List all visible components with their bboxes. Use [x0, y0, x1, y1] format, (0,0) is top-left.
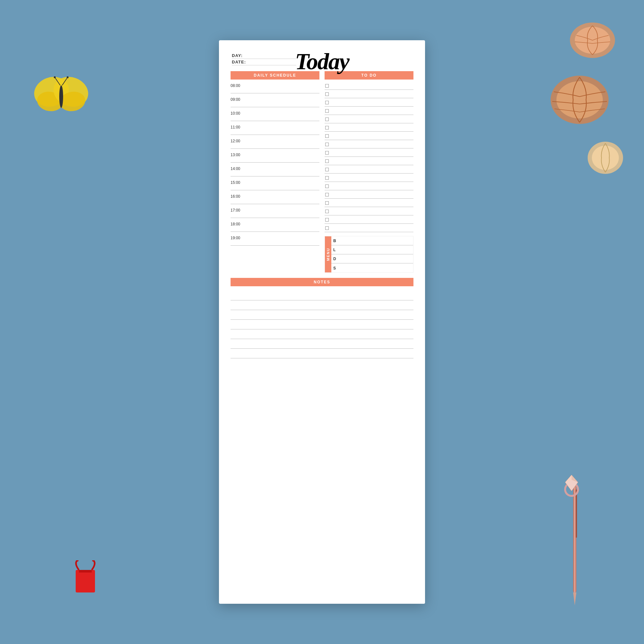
svg-point-23 [565, 483, 578, 496]
notes-line-3[interactable] [231, 310, 413, 320]
menu-item-b[interactable]: B [331, 236, 413, 245]
svg-marker-21 [573, 592, 576, 605]
todo-checkbox-9[interactable] [325, 151, 329, 155]
todo-checkbox-3[interactable] [325, 101, 329, 104]
todo-checkbox-14[interactable] [325, 193, 329, 196]
notes-lines [231, 288, 413, 358]
todo-item-9[interactable] [325, 148, 413, 157]
menu-items-list: B L D S [331, 236, 413, 272]
todo-header: TO DO [325, 71, 413, 80]
todo-checkbox-10[interactable] [325, 159, 329, 163]
schedule-time-1100: 11:00 [231, 123, 319, 135]
todo-item-6[interactable] [325, 123, 413, 132]
todo-checkbox-7[interactable] [325, 134, 329, 138]
svg-marker-24 [565, 475, 578, 491]
svg-rect-20 [573, 483, 576, 592]
notes-line-7[interactable] [231, 349, 413, 358]
todo-item-15[interactable] [325, 199, 413, 207]
todo-item-7[interactable] [325, 132, 413, 140]
todo-item-2[interactable] [325, 90, 413, 98]
svg-point-15 [551, 76, 609, 124]
todo-checkbox-17[interactable] [325, 218, 329, 222]
svg-point-8 [67, 76, 69, 78]
todo-item-5[interactable] [325, 115, 413, 123]
pen-decoration [570, 483, 580, 612]
seashell-3-decoration [586, 138, 625, 177]
todo-checkbox-5[interactable] [325, 118, 329, 121]
svg-point-16 [556, 81, 603, 118]
svg-point-17 [588, 142, 623, 174]
todo-checkbox-4[interactable] [325, 109, 329, 113]
todo-checkbox-6[interactable] [325, 126, 329, 129]
date-label: DATE: [232, 60, 296, 65]
schedule-time-1000: 10:00 [231, 109, 319, 121]
notes-section: NOTES [231, 278, 413, 358]
butterfly-decoration [32, 71, 90, 119]
svg-point-13 [570, 23, 615, 58]
notes-header: NOTES [231, 278, 413, 286]
schedule-time-1200: 12:00 [231, 137, 319, 149]
svg-rect-22 [576, 489, 577, 538]
schedule-time-1500: 15:00 [231, 178, 319, 190]
seashell-2-decoration [547, 71, 612, 129]
schedule-time-1800: 18:00 [231, 220, 319, 232]
todo-checkbox-11[interactable] [325, 168, 329, 171]
todo-checkbox-1[interactable] [325, 84, 329, 88]
todo-item-14[interactable] [325, 190, 413, 199]
svg-point-6 [54, 76, 56, 78]
todo-item-4[interactable] [325, 107, 413, 115]
svg-line-5 [55, 77, 60, 85]
todo-item-10[interactable] [325, 157, 413, 165]
day-label: DAY: [232, 53, 296, 59]
notes-line-4[interactable] [231, 320, 413, 329]
notes-line-2[interactable] [231, 300, 413, 310]
todo-checkbox-15[interactable] [325, 201, 329, 205]
todo-checkbox-8[interactable] [325, 143, 329, 146]
schedule-time-1600: 16:00 [231, 192, 319, 204]
svg-point-0 [32, 72, 73, 111]
svg-point-4 [59, 85, 63, 108]
binder-clip-decoration [71, 560, 100, 599]
svg-point-11 [76, 560, 79, 562]
schedule-time-0900: 09:00 [231, 95, 319, 107]
schedule-time-1700: 17:00 [231, 206, 319, 218]
todo-item-11[interactable] [325, 165, 413, 174]
todo-checkbox-12[interactable] [325, 176, 329, 180]
todo-item-16[interactable] [325, 207, 413, 215]
schedule-time-1400: 14:00 [231, 165, 319, 176]
todo-checkbox-13[interactable] [325, 185, 329, 188]
todo-item-13[interactable] [325, 182, 413, 190]
todo-item-12[interactable] [325, 174, 413, 182]
svg-line-7 [62, 77, 68, 85]
schedule-time-0800: 08:00 [231, 81, 319, 93]
todo-item-3[interactable] [325, 98, 413, 107]
svg-marker-26 [565, 475, 572, 482]
ring-decoration [559, 473, 584, 499]
menu-section: MENU B L D S [325, 236, 413, 273]
svg-point-12 [92, 560, 95, 562]
todo-item-18[interactable] [325, 224, 413, 232]
notes-line-1[interactable] [231, 291, 413, 300]
daily-schedule-header: DAILY SCHEDULE [231, 71, 319, 80]
menu-item-l[interactable]: L [331, 245, 413, 254]
svg-point-1 [35, 90, 64, 113]
menu-item-d[interactable]: D [331, 254, 413, 263]
menu-label: MENU [325, 236, 331, 272]
menu-item-s[interactable]: S [331, 263, 413, 272]
schedule-time-1900: 19:00 [231, 234, 319, 246]
todo-checkbox-18[interactable] [325, 226, 329, 230]
todo-item-17[interactable] [325, 215, 413, 224]
todo-checkbox-16[interactable] [325, 210, 329, 213]
schedule-time-1300: 13:00 [231, 151, 319, 163]
svg-rect-19 [573, 483, 576, 592]
notes-line-5[interactable] [231, 329, 413, 339]
todo-checkbox-2[interactable] [325, 92, 329, 96]
svg-marker-25 [572, 475, 578, 482]
todo-item-8[interactable] [325, 140, 413, 148]
notes-line-6[interactable] [231, 339, 413, 349]
svg-point-3 [58, 90, 87, 113]
todo-item-1[interactable] [325, 81, 413, 90]
svg-rect-9 [76, 570, 95, 592]
seashell-1-decoration [567, 19, 618, 61]
svg-point-14 [575, 27, 610, 54]
